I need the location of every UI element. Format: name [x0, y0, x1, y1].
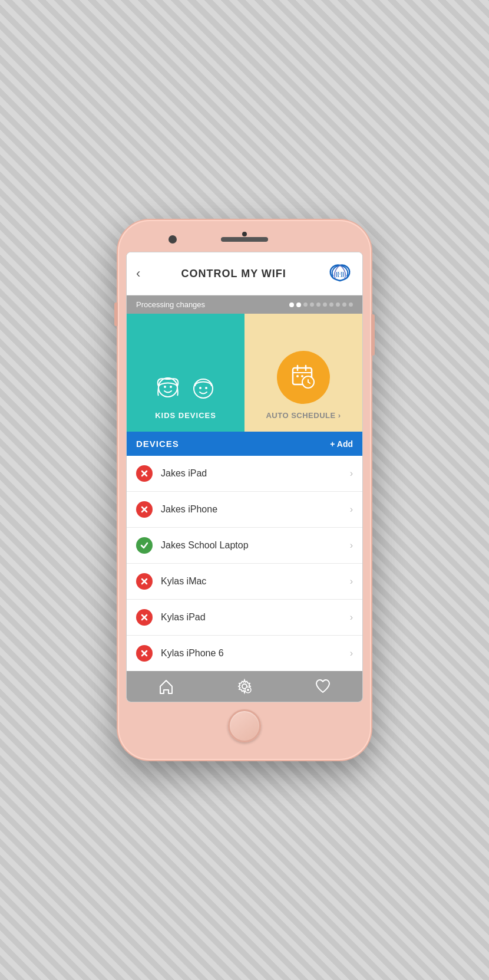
calendar-clock-icon	[288, 362, 319, 393]
device-list: Jakes iPad › Jakes iPhone ›	[127, 456, 362, 671]
device-name: Kylas iMac	[161, 576, 350, 587]
devices-header: DEVICES + Add	[127, 432, 362, 456]
x-icon	[140, 577, 148, 586]
blocked-icon	[136, 609, 153, 626]
phone-frame: ‹ CONTROL MY WIFI ((·)) Processing chang…	[118, 220, 371, 760]
chevron-right-icon: ›	[350, 612, 353, 623]
app-header: ‹ CONTROL MY WIFI ((·))	[127, 252, 362, 295]
nav-home[interactable]	[158, 678, 174, 695]
kids-devices-tile[interactable]: KIDS DEVICES	[127, 314, 244, 432]
dot-10	[349, 302, 353, 307]
svg-point-11	[296, 375, 299, 377]
svg-point-6	[205, 387, 207, 389]
device-name: Kylas iPhone 6	[161, 648, 350, 659]
x-icon	[140, 505, 148, 514]
blocked-icon	[136, 645, 153, 662]
svg-point-28	[247, 689, 249, 691]
page-title: CONTROL MY WIFI	[181, 268, 286, 280]
phone-bottom	[126, 702, 363, 749]
kids-devices-label: KIDS DEVICES	[155, 411, 216, 420]
x-icon	[140, 469, 148, 478]
svg-point-1	[158, 378, 177, 397]
auto-schedule-label: AUTO SCHEDULE ›	[266, 411, 341, 420]
blocked-icon	[136, 465, 153, 482]
dot-8	[336, 302, 340, 307]
boy-face-icon	[188, 373, 219, 404]
dot-1	[289, 302, 294, 307]
chevron-right-icon: ›	[350, 540, 353, 551]
dot-9	[342, 302, 346, 307]
table-row[interactable]: Jakes iPad ›	[127, 456, 362, 492]
home-button[interactable]	[228, 709, 261, 742]
home-icon	[158, 678, 174, 695]
front-camera	[168, 235, 177, 244]
device-name: Kylas iPad	[161, 612, 350, 623]
dot-4	[310, 302, 314, 307]
auto-schedule-tile[interactable]: AUTO SCHEDULE ›	[244, 314, 362, 432]
chevron-right-icon: ›	[350, 468, 353, 479]
kids-icons	[153, 373, 219, 404]
svg-point-12	[301, 375, 303, 377]
processing-bar: Processing changes	[127, 295, 362, 314]
app-logo: ((·))	[327, 261, 353, 287]
check-icon	[140, 541, 148, 550]
svg-point-5	[199, 387, 201, 389]
dot-2	[296, 302, 301, 307]
gear-icon	[236, 678, 253, 695]
blocked-icon	[136, 501, 153, 518]
tiles-row: KIDS DEVICES	[127, 314, 362, 432]
dot-7	[329, 302, 333, 307]
processing-text: Processing changes	[136, 300, 205, 309]
devices-section-title: DEVICES	[136, 439, 179, 449]
device-name: Jakes School Laptop	[161, 540, 350, 551]
device-name: Jakes iPad	[161, 468, 350, 479]
svg-point-2	[164, 386, 166, 388]
add-device-button[interactable]: + Add	[330, 439, 353, 449]
blocked-icon	[136, 573, 153, 590]
x-icon	[140, 649, 148, 657]
dot-3	[303, 302, 308, 307]
table-row[interactable]: Kylas iMac ›	[127, 564, 362, 600]
phone-top-bar	[126, 231, 363, 248]
dot-5	[316, 302, 321, 307]
table-row[interactable]: Jakes School Laptop ›	[127, 528, 362, 564]
progress-dots	[289, 302, 353, 307]
heart-icon	[315, 678, 331, 695]
schedule-circle	[277, 351, 330, 404]
device-name: Jakes iPhone	[161, 504, 350, 515]
chevron-right-icon: ›	[350, 648, 353, 659]
svg-point-3	[170, 386, 172, 388]
table-row[interactable]: Jakes iPhone ›	[127, 492, 362, 528]
back-button[interactable]: ‹	[136, 266, 140, 281]
bottom-nav	[127, 671, 362, 702]
phone-speaker	[221, 237, 268, 242]
phone-screen: ‹ CONTROL MY WIFI ((·)) Processing chang…	[126, 252, 363, 702]
dot-6	[323, 302, 327, 307]
nav-settings[interactable]	[236, 678, 253, 695]
allowed-icon	[136, 537, 153, 554]
x-icon	[140, 613, 148, 621]
phone-dot	[242, 232, 247, 236]
chevron-right-icon: ›	[350, 576, 353, 587]
girl-face-icon	[153, 373, 183, 404]
table-row[interactable]: Kylas iPhone 6 ›	[127, 636, 362, 671]
nav-favorites[interactable]	[315, 678, 331, 695]
chevron-right-icon: ›	[350, 504, 353, 515]
table-row[interactable]: Kylas iPad ›	[127, 600, 362, 636]
svg-text:((·)): ((·))	[336, 271, 345, 277]
